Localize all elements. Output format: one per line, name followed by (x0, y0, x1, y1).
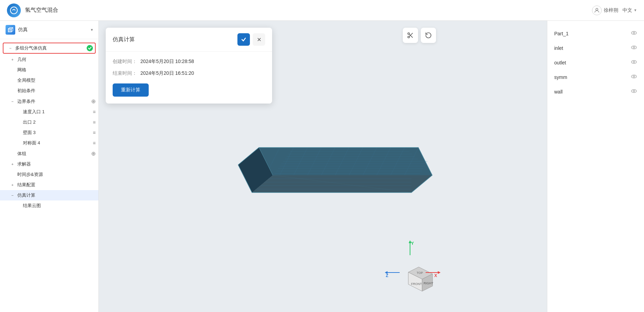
end-time-value: 2024年5月20日 16:51:20 (140, 70, 194, 77)
tree-item-wall-bc[interactable]: 壁面 3 ≡ (0, 127, 98, 138)
orientation-cube-svg: FRONT TOP RIGHT (401, 260, 440, 298)
svg-text:Z: Z (386, 273, 388, 278)
label-result-cloud: 结果云图 (23, 203, 96, 209)
svg-text:Y: Y (411, 241, 414, 246)
language-selector[interactable]: 中文 ▼ (623, 7, 637, 14)
eye-icon-wall[interactable] (631, 88, 637, 96)
right-panel-item-symm[interactable]: symm (547, 70, 644, 84)
create-time-label: 创建时间： (113, 59, 140, 65)
expand-icon-geometry[interactable]: + (10, 57, 15, 62)
right-panel-label-part1: Part_1 (554, 31, 568, 36)
label-geometry: 几何 (17, 56, 96, 63)
label-result-config: 结果配置 (17, 182, 96, 188)
x-axis-label: X (424, 267, 441, 279)
eye-icon-part1[interactable] (631, 30, 637, 37)
svg-point-52 (632, 32, 637, 35)
reset-button[interactable] (421, 28, 436, 43)
right-panel-item-outlet[interactable]: outlet (547, 55, 644, 70)
expand-icon-solver[interactable]: + (10, 161, 15, 167)
svg-marker-50 (438, 271, 441, 274)
popup-close-button[interactable]: ✕ (253, 33, 265, 46)
label-solver: 求解器 (17, 161, 96, 167)
logo-icon (7, 3, 21, 17)
menu-symm[interactable]: ≡ (93, 140, 96, 146)
scissors-button[interactable] (403, 28, 418, 43)
tree-item-initial-cond[interactable]: 初始条件 (0, 86, 98, 96)
create-time-row: 创建时间： 2024年5月20日 10:28:58 (113, 59, 265, 65)
svg-point-60 (632, 90, 637, 93)
header-right: 徐梓朔 中文 ▼ (592, 6, 637, 15)
sidebar-header-left: 仿真 (6, 25, 28, 35)
menu-velocity-inlet[interactable]: ≡ (93, 109, 96, 115)
sidebar-collapse-arrow[interactable]: ▾ (91, 27, 93, 32)
svg-point-4 (408, 36, 410, 38)
lang-dropdown-arrow: ▼ (634, 8, 637, 12)
eye-icon-outlet[interactable] (631, 59, 637, 66)
expand-icon-result-cfg[interactable]: + (10, 182, 15, 188)
right-panel-label-inlet: inlet (554, 45, 563, 51)
tree-item-solver[interactable]: + 求解器 (0, 159, 98, 169)
label-boundary: 边界条件 (17, 98, 89, 105)
popup-header: 仿真计算 ✕ (106, 28, 272, 52)
svg-point-0 (10, 7, 17, 14)
menu-wall[interactable]: ≡ (93, 130, 96, 135)
right-panel-item-part1[interactable]: Part_1 (547, 26, 644, 41)
right-panel-item-inlet[interactable]: inlet (547, 41, 644, 55)
y-axis-label: Y (405, 240, 415, 258)
eye-icon-symm[interactable] (631, 73, 637, 81)
app-title: 氢气空气混合 (25, 7, 58, 14)
expand-icon-wall (15, 130, 21, 135)
tree-item-boundary[interactable]: − 边界条件 ⊕ (0, 96, 98, 107)
tree-item-multi-gas[interactable]: − 多组分气体仿真 (3, 43, 96, 54)
badge-multi-gas (87, 45, 93, 51)
right-panel-item-wall[interactable]: wall (547, 84, 644, 99)
app-header: 氢气空气混合 徐梓朔 中文 ▼ (0, 0, 644, 21)
tree-item-global-model[interactable]: 全局模型 (0, 75, 98, 86)
tree-item-result-config[interactable]: + 结果配置 (0, 180, 98, 190)
tree-item-sim-compute[interactable]: − 仿真计算 (0, 190, 98, 200)
svg-text:RIGHT: RIGHT (424, 282, 434, 285)
label-initial-cond: 初始条件 (17, 88, 96, 94)
label-outlet: 出口 2 (23, 119, 91, 125)
eye-icon-inlet[interactable] (631, 44, 637, 52)
tree-item-result-cloud[interactable]: 结果云图 (0, 200, 98, 211)
add-boundary-button[interactable]: ⊕ (91, 98, 96, 105)
svg-point-54 (632, 46, 637, 49)
tree-item-geometry[interactable]: + 几何 (0, 54, 98, 65)
sidebar-header: 仿真 ▾ (0, 21, 98, 39)
end-time-label: 结束时间： (113, 70, 140, 77)
popup-body: 创建时间： 2024年5月20日 10:28:58 结束时间： 2024年5月2… (106, 52, 272, 104)
popup-actions: ✕ (237, 33, 265, 46)
expand-icon-multi-gas[interactable]: − (8, 45, 13, 51)
expand-icon-mesh (10, 67, 15, 73)
user-name: 徐梓朔 (604, 7, 618, 14)
user-avatar-icon (592, 6, 602, 15)
tree-item-outlet[interactable]: 出口 2 ≡ (0, 117, 98, 127)
tree-item-symm-bc[interactable]: 对称面 4 ≡ (0, 138, 98, 148)
label-wall: 壁面 3 (23, 130, 91, 136)
svg-point-56 (632, 61, 637, 64)
expand-icon-vg (10, 151, 15, 157)
svg-point-53 (633, 32, 635, 34)
right-panel-label-symm: symm (554, 74, 567, 80)
menu-outlet[interactable]: ≡ (93, 119, 96, 125)
expand-icon-time (10, 172, 15, 177)
tree-item-mesh[interactable]: 网格 (0, 65, 98, 75)
svg-point-61 (633, 90, 635, 92)
tree-item-time-resource[interactable]: 时间步&资源 (0, 169, 98, 180)
expand-icon-sim[interactable]: − (10, 193, 15, 198)
expand-icon-init (10, 88, 15, 93)
sidebar: 仿真 ▾ − 多组分气体仿真 + 几何 网格 (0, 21, 99, 312)
popup-confirm-button[interactable] (237, 33, 250, 46)
tree-item-velocity-inlet[interactable]: 速度入口 1 ≡ (0, 107, 98, 117)
tree-item-volume-group[interactable]: 体组 ⊕ (0, 148, 98, 159)
svg-point-59 (633, 76, 635, 78)
recalculate-button[interactable]: 重新计算 (113, 83, 149, 97)
right-panel-label-wall: wall (554, 89, 563, 95)
expand-icon-outlet (15, 119, 21, 125)
add-volume-group-button[interactable]: ⊕ (91, 150, 96, 157)
z-axis-label: Z (384, 267, 401, 279)
end-time-row: 结束时间： 2024年5月20日 16:51:20 (113, 70, 265, 77)
user-info: 徐梓朔 (592, 6, 618, 15)
expand-icon-boundary[interactable]: − (10, 99, 15, 104)
